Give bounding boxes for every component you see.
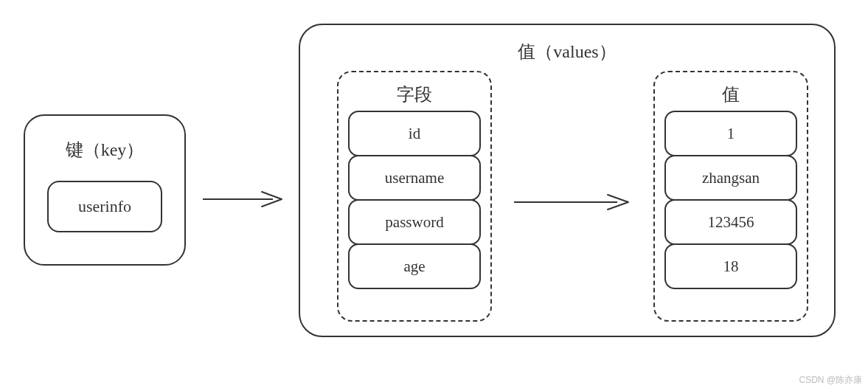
field-cell: username [348, 155, 481, 201]
value-cell: 123456 [664, 199, 797, 245]
diagram-canvas: 键（key） userinfo 值（values） 字段 id username… [0, 0, 868, 391]
key-container: 键（key） userinfo [24, 114, 186, 266]
field-label: age [403, 257, 425, 276]
values-group-title: 值 [655, 72, 807, 111]
value-text: zhangsan [702, 169, 760, 187]
fields-stack: id username password age [338, 111, 490, 297]
value-text: 18 [723, 257, 739, 276]
field-cell: password [348, 199, 481, 245]
values-stack: 1 zhangsan 123456 18 [655, 111, 807, 297]
field-cell: id [348, 111, 481, 156]
arrow-key-to-values-icon [199, 188, 288, 210]
watermark: CSDN @陈亦康 [799, 374, 862, 387]
value-text: 123456 [708, 213, 754, 232]
field-label: password [385, 213, 443, 232]
fields-group-title: 字段 [338, 72, 490, 111]
key-title: 键（key） [25, 138, 184, 162]
fields-group: 字段 id username password age [337, 71, 492, 322]
values-title: 值（values） [300, 40, 834, 63]
value-cell: 1 [664, 111, 797, 156]
value-cell: 18 [664, 243, 797, 289]
key-value-box: userinfo [47, 181, 162, 232]
key-value-text: userinfo [78, 197, 131, 216]
arrow-fields-to-values-icon [510, 191, 636, 213]
field-label: username [385, 169, 444, 187]
values-container: 值（values） 字段 id username password age 值 … [299, 24, 836, 337]
values-group: 值 1 zhangsan 123456 18 [653, 71, 808, 322]
value-text: 1 [727, 125, 735, 143]
field-cell: age [348, 243, 481, 289]
field-label: id [409, 125, 420, 143]
value-cell: zhangsan [664, 155, 797, 201]
